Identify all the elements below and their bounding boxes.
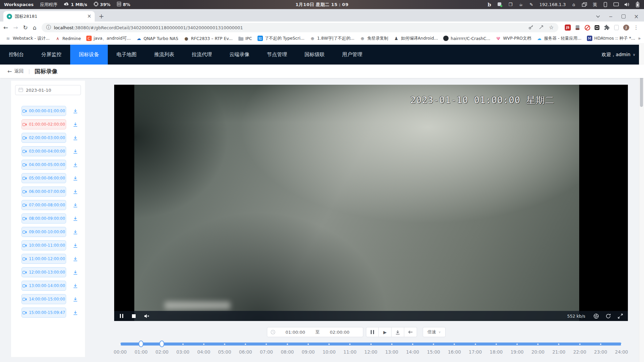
blocker-extension-icon[interactable] xyxy=(584,25,590,31)
forward-icon[interactable]: → xyxy=(13,25,18,31)
download-record-icon[interactable] xyxy=(73,297,78,302)
timeline-handle[interactable] xyxy=(159,340,165,347)
record-time-button[interactable]: 13:00:00-14:00:00 xyxy=(21,281,66,291)
site-info-icon[interactable]: ⓘ xyxy=(46,25,51,31)
record-time-button[interactable]: 00:00:00-01:00:00 xyxy=(21,106,66,116)
download-button[interactable] xyxy=(392,327,404,337)
nav-tab-10[interactable]: 用户管理 xyxy=(333,45,371,65)
pause-button[interactable] xyxy=(366,327,379,337)
clipboard-icon[interactable]: ❐ xyxy=(508,2,513,8)
download-record-icon[interactable] xyxy=(73,256,78,262)
bookmark-item[interactable]: ♟如何编译Android... xyxy=(391,35,441,42)
download-record-icon[interactable] xyxy=(73,176,78,181)
record-time-button[interactable]: 02:00:00-03:00:00 xyxy=(21,133,66,143)
bookmark-item[interactable]: ≋Webstack - 设计... xyxy=(3,35,52,42)
download-record-icon[interactable] xyxy=(73,283,78,288)
ip-address[interactable]: 192.168.1.3 xyxy=(539,2,566,8)
download-record-icon[interactable] xyxy=(73,135,78,140)
record-time-button[interactable]: 06:00:00-07:00:00 xyxy=(21,187,66,197)
close-icon[interactable]: × xyxy=(634,14,639,19)
timeline-handle[interactable] xyxy=(139,340,144,347)
step-back-button[interactable] xyxy=(404,327,417,337)
bing-icon[interactable]: b xyxy=(487,2,492,8)
bookmark-item[interactable]: hairrrrr/C-CrashC... xyxy=(441,35,493,42)
playback-speed-dropdown[interactable]: 倍速 ∨ xyxy=(423,327,446,337)
end-time-input[interactable]: 02:00:00 xyxy=(320,330,360,335)
snapshot-aperture-icon[interactable] xyxy=(594,314,599,319)
share-icon[interactable] xyxy=(539,25,544,31)
dark-reader-extension-icon[interactable] xyxy=(594,25,600,31)
volume-icon[interactable] xyxy=(625,2,630,8)
coffee-cup-icon[interactable]: ☕ xyxy=(518,2,523,8)
back-icon[interactable]: ← xyxy=(3,25,8,31)
date-picker[interactable]: 2023-01-10 xyxy=(15,85,81,95)
phone-link-icon[interactable] xyxy=(603,2,608,8)
record-time-button[interactable]: 08:00:00-09:00:00 xyxy=(21,213,66,224)
bookmark-item[interactable]: Cjava、android可... xyxy=(84,35,134,42)
record-time-button[interactable]: 04:00:00-05:00:00 xyxy=(21,160,66,170)
timeline-slider[interactable]: 00:0001:0002:0003:0004:0005:0006:0007:00… xyxy=(120,341,622,360)
bookmark-item[interactable]: IPC xyxy=(235,35,255,42)
back-button[interactable]: ← 返回 xyxy=(7,68,24,75)
download-record-icon[interactable] xyxy=(73,243,78,248)
download-record-icon[interactable] xyxy=(73,310,78,315)
app-indicator-icon[interactable] xyxy=(497,2,502,8)
workspaces-button[interactable]: Workspaces xyxy=(4,2,34,7)
download-record-icon[interactable] xyxy=(73,230,78,235)
download-record-icon[interactable] xyxy=(73,149,78,154)
minimize-icon[interactable]: − xyxy=(608,14,613,19)
browser-menu-icon[interactable]: ⋮ xyxy=(633,25,639,31)
nav-tab-8[interactable]: 节点管理 xyxy=(258,45,296,65)
input-method-indicator[interactable]: 英 xyxy=(593,2,597,8)
player-pause-icon[interactable] xyxy=(120,314,123,318)
profile-avatar[interactable]: J xyxy=(623,25,629,31)
play-button[interactable]: ▶ xyxy=(379,327,392,337)
nav-tab-6[interactable]: 拉流代理 xyxy=(183,45,221,65)
applications-menu[interactable]: 应用程序 xyxy=(40,2,57,8)
time-range-picker[interactable]: 01:00:00 至 02:00:00 xyxy=(267,327,363,337)
record-time-button[interactable]: 10:00:00-11:00:00 xyxy=(21,240,66,250)
bookmarks-overflow-chevron[interactable]: » xyxy=(638,36,644,41)
browser-home-icon[interactable]: ⌂ xyxy=(33,25,37,31)
notes-extension-icon[interactable] xyxy=(613,25,619,31)
download-record-icon[interactable] xyxy=(73,122,78,127)
nav-tab-2[interactable]: 分屏监控 xyxy=(33,45,70,65)
address-bar[interactable]: ⓘ localhost:38080/#/gbRecordDetail/34020… xyxy=(42,23,558,32)
color-picker-icon[interactable]: ✎ xyxy=(529,2,534,8)
tab-close-icon[interactable]: × xyxy=(87,14,91,19)
nav-tab-5[interactable]: 推流列表 xyxy=(145,45,183,65)
record-time-button[interactable]: 14:00:00-15:00:00 xyxy=(21,294,66,304)
record-time-button[interactable]: 09:00:00-10:00:00 xyxy=(21,227,66,237)
player-refresh-icon[interactable] xyxy=(606,314,611,319)
js-extension-icon[interactable]: JS xyxy=(565,25,571,31)
bookmark-star-icon[interactable]: ☆ xyxy=(549,25,554,30)
video-player[interactable]: 2023-01-10 01:00:00 星期二 552 kb/s xyxy=(114,85,628,321)
record-time-button[interactable]: 11:00:00-12:00:00 xyxy=(21,254,66,264)
record-time-button[interactable]: 12:00:00-13:00:00 xyxy=(21,267,66,277)
player-stop-icon[interactable] xyxy=(132,314,136,318)
bookmark-item[interactable]: ●RFC2833 – RTP Ev... xyxy=(181,35,235,42)
page-scrollbar[interactable] xyxy=(639,43,644,362)
password-key-icon[interactable] xyxy=(528,25,534,31)
nav-tab-1[interactable]: 控制台 xyxy=(0,45,33,65)
bookmark-item[interactable]: ΨWVP-PRO文档 xyxy=(493,35,534,42)
nav-tab-7[interactable]: 云端录像 xyxy=(221,45,258,65)
password-extension-icon[interactable] xyxy=(574,25,581,31)
download-record-icon[interactable] xyxy=(73,109,78,114)
bookmark-item[interactable]: ☁服务器 - 轻量应用... xyxy=(534,35,584,42)
bookmark-item[interactable]: MHDAtmos :: 种子 *... xyxy=(584,35,638,42)
extensions-puzzle-icon[interactable] xyxy=(604,25,610,31)
clock[interactable]: 1月10日 星期二 15：09 xyxy=(295,2,349,8)
reload-icon[interactable]: ↻ xyxy=(23,25,28,31)
bookmark-item[interactable]: ∧Redmine xyxy=(52,35,84,42)
battery-icon[interactable] xyxy=(635,2,640,8)
bookmark-item[interactable]: ☁QNAP Turbo NAS xyxy=(133,35,181,42)
fullscreen-icon[interactable] xyxy=(618,314,623,319)
window-switcher-icon[interactable] xyxy=(582,2,587,8)
player-mute-icon[interactable] xyxy=(144,314,150,318)
maximize-icon[interactable] xyxy=(621,14,626,19)
new-tab-button[interactable]: + xyxy=(99,13,104,19)
bookmark-item[interactable]: 知了不起的 TypeScri... xyxy=(255,35,307,42)
home-icon[interactable]: ⌂ xyxy=(571,2,576,8)
start-time-input[interactable]: 01:00:00 xyxy=(275,330,315,335)
